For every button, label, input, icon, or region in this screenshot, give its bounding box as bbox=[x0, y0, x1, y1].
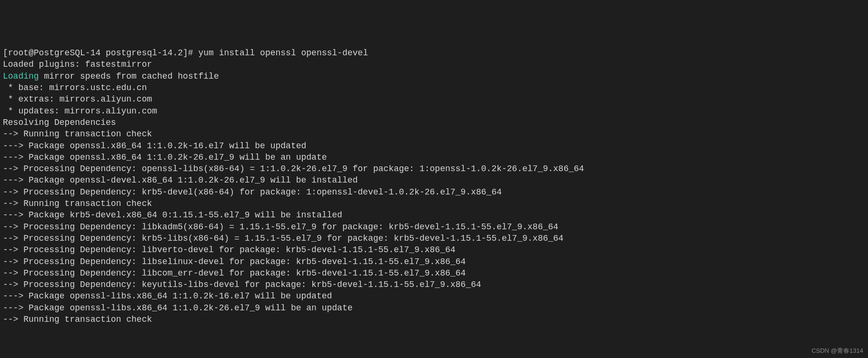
output-line: Resolving Dependencies bbox=[3, 117, 865, 128]
output-line: Loading mirror speeds from cached hostfi… bbox=[3, 71, 865, 82]
output-line: --> Running transaction check bbox=[3, 314, 865, 325]
output-line: ---> Package openssl-libs.x86_64 1:1.0.2… bbox=[3, 290, 865, 302]
output-line: --> Processing Dependency: openssl-libs(… bbox=[3, 163, 865, 174]
output-line: --> Processing Dependency: krb5-devel(x8… bbox=[3, 186, 865, 198]
output-line: --> Running transaction check bbox=[3, 128, 865, 140]
output-line: * updates: mirrors.aliyun.com bbox=[3, 105, 865, 117]
output-line: Loaded plugins: fastestmirror bbox=[3, 59, 865, 70]
output-line: --> Processing Dependency: libcom_err-de… bbox=[3, 267, 865, 279]
output-line: ---> Package krb5-devel.x86_64 0:1.15.1-… bbox=[3, 209, 865, 221]
command-text: yum install openssl openssl-devel bbox=[193, 48, 368, 58]
loading-keyword: Loading bbox=[3, 72, 39, 81]
output-line: --> Processing Dependency: libkadm5(x86-… bbox=[3, 221, 865, 233]
output-line: --> Processing Dependency: libselinux-de… bbox=[3, 256, 865, 267]
output-line: ---> Package openssl.x86_64 1:1.0.2k-16.… bbox=[3, 140, 865, 152]
output-line: --> Processing Dependency: libverto-deve… bbox=[3, 244, 865, 256]
output-line: ---> Package openssl-devel.x86_64 1:1.0.… bbox=[3, 174, 865, 186]
output-line: ---> Package openssl-libs.x86_64 1:1.0.2… bbox=[3, 302, 865, 314]
output-line: * extras: mirrors.aliyun.com bbox=[3, 93, 865, 105]
output-line: --> Processing Dependency: keyutils-libs… bbox=[3, 279, 865, 290]
prompt-line: [root@PostgreSQL-14 postgresql-14.2]# yu… bbox=[3, 47, 865, 59]
output-line: --> Running transaction check bbox=[3, 198, 865, 209]
output-line: * base: mirrors.ustc.edu.cn bbox=[3, 82, 865, 93]
output-line: --> Processing Dependency: krb5-libs(x86… bbox=[3, 233, 865, 244]
terminal-output[interactable]: [root@PostgreSQL-14 postgresql-14.2]# yu… bbox=[3, 47, 865, 325]
output-line: ---> Package openssl.x86_64 1:1.0.2k-26.… bbox=[3, 152, 865, 163]
shell-prompt: [root@PostgreSQL-14 postgresql-14.2]# bbox=[3, 48, 193, 58]
watermark-text: CSDN @青春1314 bbox=[811, 347, 863, 355]
